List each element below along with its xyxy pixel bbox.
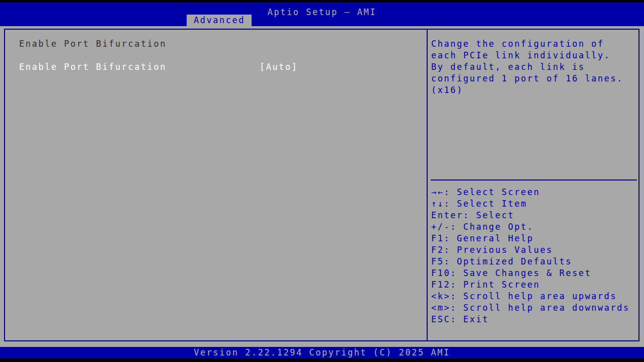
tab-advanced[interactable]: Advanced: [187, 15, 252, 26]
key-legend-panel: →←: Select Screen↑↓: Select ItemEnter: S…: [431, 187, 637, 325]
help-text-line: each PCIe link individually.: [431, 50, 636, 61]
help-text-panel: Change the configuration ofeach PCIe lin…: [431, 38, 636, 96]
key-legend-entry: <k>: Scroll help area upwards: [431, 291, 637, 302]
key-legend-entry: F10: Save Changes & Reset: [431, 267, 637, 279]
key-legend-entry: ↑↓: Select Item: [431, 198, 637, 210]
key-legend-entry: <m>: Scroll help area downwards: [431, 302, 637, 314]
help-panel-divider: [431, 179, 637, 180]
key-legend-entry: F1: General Help: [431, 233, 637, 244]
key-legend-entry: +/-: Change Opt.: [431, 221, 637, 233]
option-value[interactable]: [Auto]: [260, 62, 298, 72]
pane-divider: [427, 29, 428, 341]
help-text-line: Change the configuration of: [431, 38, 636, 50]
version-text: Version 2.22.1294 Copyright (C) 2025 AMI: [0, 347, 644, 358]
header-bar: Aptio Setup – AMI Advanced: [0, 3, 644, 26]
key-legend-entry: ESC: Exit: [431, 314, 637, 325]
help-text-line: (x16): [431, 84, 636, 96]
page-title: Aptio Setup – AMI: [0, 7, 644, 17]
section-heading: Enable Port Bifurcation: [19, 39, 167, 49]
option-row-enable-port-bifurcation[interactable]: Enable Port Bifurcation [Auto]: [0, 62, 427, 71]
bios-setup-screen: Aptio Setup – AMI Advanced Enable Port B…: [0, 0, 644, 362]
footer-bar: Version 2.22.1294 Copyright (C) 2025 AMI: [0, 347, 644, 358]
key-legend-entry: F12: Print Screen: [431, 279, 637, 291]
key-legend-entry: →←: Select Screen: [431, 187, 637, 198]
key-legend-entry: F2: Previous Values: [431, 244, 637, 256]
help-text-line: configured 1 port of 16 lanes.: [431, 73, 636, 84]
key-legend-entry: Enter: Select: [431, 210, 637, 221]
key-legend-entry: F5: Optimized Defaults: [431, 256, 637, 267]
option-label: Enable Port Bifurcation: [19, 62, 167, 72]
help-text-line: By default, each link is: [431, 61, 636, 73]
